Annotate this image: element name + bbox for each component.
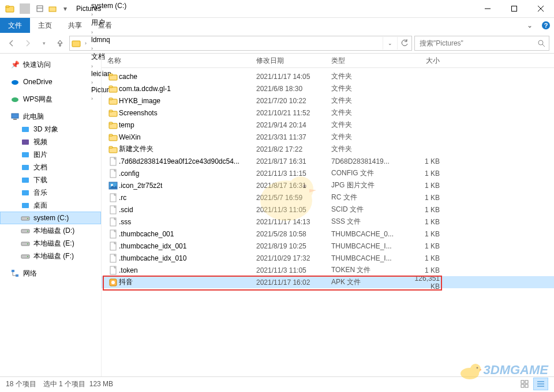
drive-icon <box>21 251 30 261</box>
nav-tree-item[interactable]: 本地磁盘 (E:) <box>0 237 101 250</box>
col-date[interactable]: 修改日期 <box>256 56 331 66</box>
col-size[interactable]: 大小 <box>405 56 440 66</box>
chevron-right-icon[interactable]: › <box>83 40 89 46</box>
file-row[interactable]: .rc2021/5/7 16:59RC 文件1 KB <box>102 191 554 203</box>
file-row[interactable]: WeiXin2021/3/31 11:37文件夹 <box>102 131 554 143</box>
file-row[interactable]: .icon_2tr75z2t2021/8/17 16:31JPG 图片文件1 K… <box>102 179 554 191</box>
nav-forward-button[interactable] <box>21 36 35 50</box>
nav-tree-item[interactable]: 音乐 <box>0 186 101 199</box>
folder-icon <box>70 39 83 48</box>
qat-newfolder-icon[interactable] <box>47 3 58 14</box>
file-name: HYKB_image <box>119 97 256 105</box>
file-type: 文件夹 <box>331 96 405 105</box>
file-row[interactable]: .thumbcache_idx_0012021/8/19 10:25THUMBC… <box>102 240 554 252</box>
folder-icon <box>21 188 30 197</box>
nav-up-button[interactable] <box>53 36 67 50</box>
file-name: WeiXin <box>119 133 256 141</box>
file-row[interactable]: HYKB_image2021/7/20 10:22文件夹 <box>102 95 554 107</box>
nav-this-pc[interactable]: 此电脑 <box>0 110 101 123</box>
file-row[interactable]: temp2021/9/14 20:14文件夹 <box>102 119 554 131</box>
nav-wps[interactable]: WPS网盘 <box>0 93 101 105</box>
qat-dropdown-icon[interactable]: ▾ <box>60 3 70 14</box>
file-row[interactable]: .thumbcache_idx_0102021/10/29 17:32THUMB… <box>102 252 554 264</box>
chevron-right-icon[interactable]: › <box>89 12 95 17</box>
file-row[interactable]: com.ta.dcdw.gl-12021/6/8 18:30文件夹 <box>102 82 554 95</box>
svg-rect-18 <box>22 127 29 132</box>
wps-icon <box>10 95 20 104</box>
breadcrumb-segment[interactable]: system (C:) <box>89 2 129 10</box>
nav-onedrive[interactable]: OneDrive <box>0 76 101 88</box>
nav-label: WPS网盘 <box>23 95 53 104</box>
tab-share[interactable]: 共享 <box>60 18 90 33</box>
file-row[interactable]: Screenshots2021/10/21 11:52文件夹 <box>102 107 554 119</box>
file-date: 2021/5/7 16:59 <box>256 194 331 202</box>
nav-tree-item[interactable]: system (C:) <box>0 212 101 224</box>
svg-rect-45 <box>109 98 113 100</box>
svg-rect-70 <box>525 385 528 387</box>
file-row[interactable]: 抖音2021/11/17 16:02APK 文件126,351 KB <box>102 276 554 288</box>
file-type: RC 文件 <box>331 193 405 202</box>
address-bar[interactable]: › 此电脑›system (C:)›用户›ldmnq›文档›leidian›Pi… <box>69 36 412 51</box>
nav-tree-item[interactable]: 本地磁盘 (D:) <box>0 224 101 237</box>
file-type: 文件夹 <box>331 120 405 130</box>
file-row[interactable]: .scid2021/11/3 11:05SCID 文件1 KB <box>102 203 554 216</box>
refresh-icon[interactable] <box>397 37 411 50</box>
chevron-right-icon[interactable]: › <box>89 29 95 35</box>
qat-properties-icon[interactable] <box>35 3 45 14</box>
file-name: .thumbcache_001 <box>119 230 256 238</box>
file-row[interactable]: 新建文件夹2021/8/2 17:22文件夹 <box>102 143 554 155</box>
file-name: 抖音 <box>119 277 256 287</box>
nav-tree-item[interactable]: 下载 <box>0 174 101 186</box>
breadcrumb-segment[interactable]: 用户 <box>89 18 129 28</box>
nav-history-icon[interactable]: ▾ <box>37 36 51 50</box>
help-icon[interactable]: ? <box>538 18 554 33</box>
tab-home[interactable]: 主页 <box>30 18 60 33</box>
file-row[interactable]: cache2021/11/17 14:05文件夹 <box>102 70 554 82</box>
search-box[interactable] <box>414 36 549 51</box>
file-name: .thumbcache_idx_010 <box>119 254 256 262</box>
nav-tree-item[interactable]: 3D 对象 <box>0 123 101 135</box>
nav-back-button[interactable] <box>5 36 18 50</box>
maximize-button[interactable] <box>501 0 527 17</box>
file-size: 1 KB <box>405 206 440 214</box>
file-date: 2021/11/17 14:05 <box>256 73 331 81</box>
nav-quick-access[interactable]: 📌快速访问 <box>0 58 101 71</box>
file-date: 2021/9/14 20:14 <box>256 121 331 129</box>
watermark-text: 3DMGAME <box>484 363 548 378</box>
file-name: com.ta.dcdw.gl-1 <box>119 85 256 93</box>
watermark: 3DMGAME <box>458 361 548 379</box>
chevron-right-icon[interactable]: › <box>89 46 95 51</box>
nav-tree-item[interactable]: 文档 <box>0 161 101 174</box>
file-row[interactable]: .thumbcache_0012021/5/28 10:58THUMBCACHE… <box>102 228 554 240</box>
file-type: APK 文件 <box>331 277 405 287</box>
address-dropdown-icon[interactable]: ⌄ <box>383 37 397 50</box>
file-size: 1 KB <box>405 169 440 178</box>
drive-icon <box>21 226 30 235</box>
col-type[interactable]: 类型 <box>331 56 405 66</box>
ribbon-expand-icon[interactable]: ⌄ <box>522 18 538 33</box>
nav-tree-item[interactable]: 本地磁盘 (F:) <box>0 250 101 262</box>
nav-tree-item[interactable]: 图片 <box>0 148 101 161</box>
svg-rect-6 <box>512 6 517 12</box>
nav-tree-item[interactable]: 视频 <box>0 135 101 148</box>
search-input[interactable] <box>418 39 537 48</box>
file-row[interactable]: .config2021/11/3 11:15CONFIG 文件1 KB <box>102 167 554 179</box>
minimize-button[interactable] <box>474 0 501 17</box>
breadcrumb-segment[interactable]: ldmnq <box>89 36 129 44</box>
file-icon <box>107 193 119 202</box>
view-details-button[interactable] <box>533 378 548 390</box>
file-row[interactable]: .7d68d28381419ea0f12ce43d90dc54...2021/8… <box>102 155 554 167</box>
file-row[interactable]: .sss2021/11/17 14:13SSS 文件1 KB <box>102 216 554 228</box>
view-thumbnails-button[interactable] <box>517 378 532 390</box>
nav-network[interactable]: 网络 <box>0 267 101 280</box>
chevron-right-icon[interactable]: › <box>89 0 95 1</box>
tab-file[interactable]: 文件 <box>0 18 30 33</box>
file-date: 2021/11/17 16:02 <box>256 278 331 287</box>
star-icon: 📌 <box>10 60 20 69</box>
nav-label: 3D 对象 <box>33 125 58 134</box>
close-button[interactable] <box>527 0 554 17</box>
file-row[interactable]: .token2021/11/3 11:05TOKEN 文件1 KB <box>102 264 554 276</box>
nav-tree-item[interactable]: 桌面 <box>0 199 101 212</box>
file-list[interactable]: cache2021/11/17 14:05文件夹com.ta.dcdw.gl-1… <box>102 68 554 376</box>
col-name[interactable]: 名称 <box>107 56 256 66</box>
